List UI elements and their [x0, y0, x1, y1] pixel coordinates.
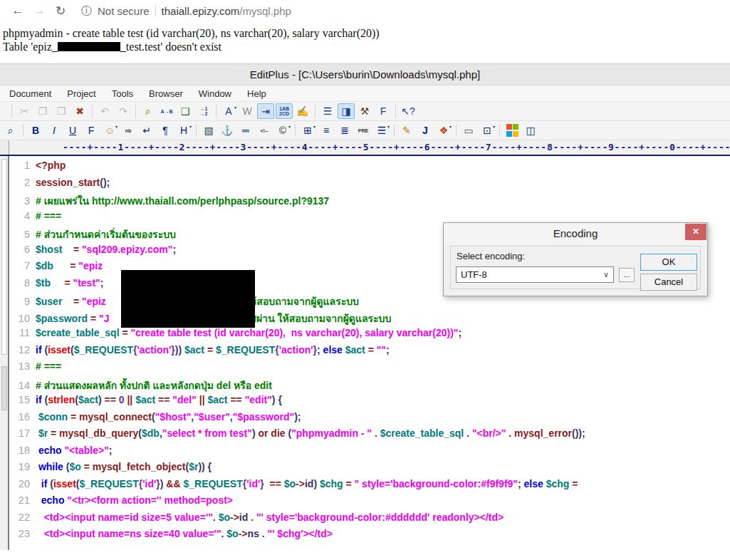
paste-icon[interactable]: ❒ — [53, 103, 70, 119]
left-panel — [1, 159, 7, 355]
cliptext-window-icon[interactable]: ◨ — [338, 103, 355, 119]
heading-icon[interactable]: H▾ — [175, 123, 192, 138]
find-icon[interactable]: ⌕ — [140, 103, 157, 119]
standard-toolbar: ❏✂❐❒✖↶↷⌕A→B❑→1 →2A▾W⇥1AB 2CD✍☰◨⚒F↖? — [0, 102, 730, 121]
ruler: ----+----1----+----2----+----3----+----4… — [0, 140, 730, 156]
menu-tools[interactable]: Tools — [104, 88, 141, 99]
editplus-title-bar: EditPlus - [C:\Users\burin\Downloads\mys… — [0, 63, 730, 85]
line-number: 11 — [11, 327, 30, 338]
line-number: 22 — [11, 512, 30, 523]
line-numbers-icon[interactable]: 1AB 2CD — [276, 103, 293, 119]
forward-icon[interactable]: → — [28, 4, 50, 18]
paragraph-icon[interactable]: ¶ — [157, 123, 174, 138]
code-line-19: 19 while ($o = mysql_fetch_object($r)) { — [11, 461, 730, 478]
browse-button[interactable]: ... — [619, 268, 635, 282]
list-icon[interactable]: ☰▾ — [373, 123, 390, 138]
code-line-23: 23 <td><input name=ns size=40 value='". … — [11, 528, 730, 545]
code-line-15: 15if (strlen($act) == 0 || $act == "del"… — [11, 394, 730, 411]
code-line-13: 13# === — [11, 361, 730, 378]
bold-icon[interactable]: B — [27, 123, 44, 138]
info-icon[interactable]: ⓘ — [81, 4, 92, 18]
table-icon[interactable]: ⊞▾ — [299, 123, 316, 138]
page-output-line-1: phpmyadmin - create table test (id varch… — [3, 26, 730, 40]
horizontal-rule-icon[interactable]: ═ — [237, 123, 254, 138]
ruler-scale: ----+----1----+----2----+----3----+----4… — [63, 142, 730, 152]
pre-icon[interactable]: PRE — [355, 123, 372, 138]
find-in-files-icon[interactable]: ❑ — [177, 103, 194, 119]
new-file-icon[interactable]: ❏ — [2, 103, 8, 119]
cliptext-template-icon[interactable]: ✍ — [294, 103, 311, 119]
functions-icon[interactable]: F — [375, 103, 392, 119]
line-number: 17 — [11, 427, 30, 439]
copy-icon[interactable]: ❐ — [34, 103, 51, 119]
undo-icon[interactable]: ↶ — [96, 103, 113, 119]
emoticon-icon[interactable]: ☺▾ — [101, 123, 118, 138]
user-tools-icon[interactable]: ⚒ — [356, 103, 373, 119]
back-icon[interactable]: ← — [7, 4, 28, 18]
cut-icon[interactable]: ✂ — [16, 103, 33, 119]
nbsp-icon[interactable]: nb — [120, 123, 137, 138]
reload-icon[interactable]: ↻ — [50, 4, 71, 19]
dropdown-arrow-icon: ▾ — [189, 124, 192, 129]
address-bar[interactable]: ⓘ Not secure thaiall.epizy.com/mysql.php — [81, 4, 291, 18]
redaction-box — [121, 270, 255, 328]
font-icon[interactable]: A▾ — [220, 103, 237, 119]
menu-project[interactable]: Project — [59, 88, 103, 99]
special-char-icon[interactable]: ©▾ — [274, 123, 291, 138]
split-window-icon[interactable]: ◫ — [522, 123, 539, 138]
scrollbar-thumb[interactable] — [1, 366, 7, 410]
code-line-14: 14# ส่วนแสดงผลหลัก ทั้งปกติ และหลังกดปุ่… — [11, 378, 730, 395]
code-area[interactable]: 1<?php2session_start();3# เผยแพร่ใน http… — [11, 156, 730, 550]
line-number: 20 — [11, 478, 30, 489]
align-right-icon[interactable]: ≣ — [336, 123, 353, 138]
window-list-icon[interactable]: ⊡▾ — [479, 123, 496, 138]
delete-icon[interactable]: ✖ — [71, 103, 88, 119]
anchor-icon[interactable]: ⚓ — [219, 123, 236, 138]
url-text: thaiall.epizy.com/mysql.php — [162, 5, 291, 17]
encoding-select[interactable]: UTF-8 ∨ — [456, 266, 614, 283]
italic-icon[interactable]: I — [46, 123, 63, 138]
line-number: 5 — [11, 229, 30, 240]
menu-browser[interactable]: Browser — [141, 88, 191, 99]
windows-logo-icon[interactable] — [504, 123, 521, 138]
word-wrap-icon[interactable]: W — [239, 103, 256, 119]
line-number: 7 — [11, 260, 30, 271]
document-list-icon[interactable]: ☰ — [319, 103, 336, 119]
browse-folder-icon[interactable]: ▭ — [460, 123, 477, 138]
script-icon[interactable]: ✎ — [398, 123, 415, 138]
close-icon[interactable]: ✕ — [685, 224, 706, 240]
cancel-button[interactable]: Cancel — [640, 274, 697, 291]
code-line-18: 18 echo "<table>"; — [11, 445, 730, 462]
auto-indent-icon[interactable]: ⇥ — [257, 103, 274, 119]
replace-icon[interactable]: A→B — [158, 103, 175, 119]
line-number: 14 — [11, 380, 30, 391]
align-center-icon[interactable]: ≡ — [318, 123, 335, 138]
line-number: 2 — [11, 177, 30, 188]
toolbar-separator — [196, 124, 197, 137]
editor-area[interactable]: 1<?php2session_start();3# เผยแพร่ใน http… — [0, 156, 730, 550]
toolbar-separator — [295, 124, 296, 137]
menu-document[interactable]: Document — [1, 88, 59, 99]
image-icon[interactable]: ▧ — [200, 123, 217, 138]
menu-window[interactable]: Window — [191, 88, 239, 99]
line-number: 3 — [11, 195, 30, 207]
dialog-title: Encoding — [444, 223, 707, 244]
object-icon[interactable]: ❖▾ — [435, 123, 452, 138]
code-line-20: 20 if (isset($_REQUEST{'id'}) && $_REQUE… — [11, 478, 730, 495]
context-help-icon[interactable]: ↖? — [400, 103, 417, 119]
code-line-11: 11$create_table_sql = "create table test… — [11, 327, 730, 344]
line-number: 16 — [11, 411, 30, 422]
line-break-icon[interactable]: ↵ — [138, 123, 155, 138]
comment-icon[interactable]: <!-- — [256, 123, 273, 138]
underline-icon[interactable]: U — [64, 123, 81, 138]
font-tag-icon[interactable]: F — [83, 123, 100, 138]
redo-icon[interactable]: ↷ — [115, 103, 132, 119]
ok-button[interactable]: OK — [640, 254, 697, 271]
goto-line-icon[interactable]: →1 →2 — [195, 103, 212, 119]
menu-help[interactable]: Help — [239, 88, 274, 99]
toolbar-separator — [216, 105, 217, 118]
browser-preview-icon[interactable]: ⌕ — [2, 123, 19, 138]
toolbar-separator — [135, 105, 136, 118]
toolbar-separator — [456, 124, 457, 137]
java-applet-icon[interactable]: J — [417, 123, 434, 138]
